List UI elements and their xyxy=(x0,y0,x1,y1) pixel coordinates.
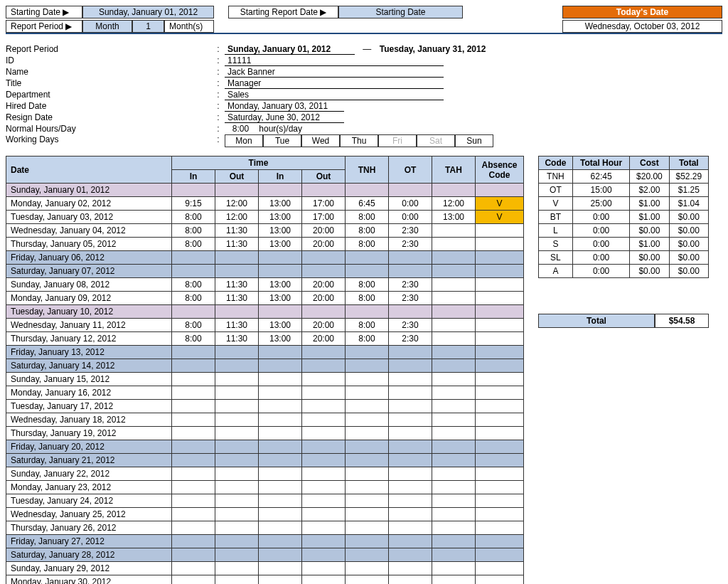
cell-tah[interactable] xyxy=(432,427,476,440)
cell-tah[interactable] xyxy=(432,305,476,319)
cell-tah[interactable]: 12:00 xyxy=(432,197,476,211)
cell-ot[interactable] xyxy=(389,440,432,454)
cell-in2[interactable] xyxy=(259,400,302,413)
cell-in1[interactable]: 8:00 xyxy=(172,211,215,224)
cell-out2[interactable]: 17:00 xyxy=(302,197,346,211)
cell-tah[interactable] xyxy=(432,548,476,562)
cell-tnh[interactable] xyxy=(346,359,389,373)
cell-abs[interactable] xyxy=(476,184,524,197)
cell-out1[interactable] xyxy=(215,265,259,278)
cell-abs[interactable] xyxy=(476,251,524,265)
cell-ot[interactable] xyxy=(389,467,432,481)
cell-abs[interactable] xyxy=(476,548,524,562)
cell-tnh[interactable] xyxy=(346,494,389,508)
table-row[interactable]: Wednesday, January 11, 20128:0011:3013:0… xyxy=(6,319,524,332)
cell-out2[interactable]: 20:00 xyxy=(302,238,346,251)
starting-report-date-value[interactable]: Starting Date xyxy=(338,6,463,18)
cell-tnh[interactable]: 8:00 xyxy=(346,224,389,238)
cell-out2[interactable]: 20:00 xyxy=(302,332,346,346)
table-row[interactable]: Saturday, January 07, 2012 xyxy=(6,265,524,278)
cell-out1[interactable] xyxy=(215,548,259,562)
cell-tah[interactable]: 13:00 xyxy=(432,211,476,224)
cell-ot[interactable] xyxy=(389,494,432,508)
cell-out2[interactable] xyxy=(302,440,346,454)
cell-tah[interactable] xyxy=(432,440,476,454)
cell-out2[interactable] xyxy=(302,521,346,535)
cell-ot[interactable] xyxy=(389,184,432,197)
cell-out2[interactable] xyxy=(302,562,346,575)
cell-out1[interactable] xyxy=(215,575,259,585)
cell-out2[interactable] xyxy=(302,346,346,359)
cell-in2[interactable] xyxy=(259,535,302,548)
cell-in1[interactable] xyxy=(172,305,215,319)
table-row[interactable]: Wednesday, January 25, 2012 xyxy=(6,508,524,521)
table-row[interactable]: Monday, January 09, 20128:0011:3013:0020… xyxy=(6,292,524,305)
cell-abs[interactable]: V xyxy=(476,197,524,211)
table-row[interactable]: Tuesday, January 24, 2012 xyxy=(6,494,524,508)
cell-tah[interactable] xyxy=(432,359,476,373)
cell-out2[interactable] xyxy=(302,535,346,548)
table-row[interactable]: Monday, January 23, 2012 xyxy=(6,481,524,494)
cell-tah[interactable] xyxy=(432,508,476,521)
cell-abs[interactable]: V xyxy=(476,211,524,224)
cell-out2[interactable] xyxy=(302,386,346,400)
cell-ot[interactable] xyxy=(389,427,432,440)
cell-in1[interactable]: 9:15 xyxy=(172,197,215,211)
table-row[interactable]: Saturday, January 28, 2012 xyxy=(6,548,524,562)
cell-ot[interactable]: 2:30 xyxy=(389,332,432,346)
cell-out1[interactable]: 11:30 xyxy=(215,319,259,332)
cell-in1[interactable]: 8:00 xyxy=(172,238,215,251)
cell-tah[interactable] xyxy=(432,386,476,400)
table-row[interactable]: Saturday, January 21, 2012 xyxy=(6,454,524,467)
cell-tah[interactable] xyxy=(432,494,476,508)
table-row[interactable]: Sunday, January 01, 2012 xyxy=(6,184,524,197)
cell-in1[interactable]: 8:00 xyxy=(172,224,215,238)
cell-out1[interactable]: 11:30 xyxy=(215,224,259,238)
cell-out1[interactable] xyxy=(215,386,259,400)
cell-out2[interactable] xyxy=(302,373,346,386)
cell-abs[interactable] xyxy=(476,346,524,359)
cell-ot[interactable] xyxy=(389,373,432,386)
cell-abs[interactable] xyxy=(476,305,524,319)
cell-in2[interactable] xyxy=(259,481,302,494)
cell-in1[interactable] xyxy=(172,494,215,508)
cell-in1[interactable] xyxy=(172,251,215,265)
cell-out1[interactable] xyxy=(215,373,259,386)
cell-out1[interactable]: 12:00 xyxy=(215,197,259,211)
cell-out2[interactable]: 17:00 xyxy=(302,211,346,224)
cell-tah[interactable] xyxy=(432,481,476,494)
cell-out2[interactable] xyxy=(302,467,346,481)
cell-tnh[interactable] xyxy=(346,454,389,467)
cell-tah[interactable] xyxy=(432,184,476,197)
cell-in1[interactable]: 8:00 xyxy=(172,292,215,305)
cell-tnh[interactable] xyxy=(346,481,389,494)
cell-in2[interactable] xyxy=(259,413,302,427)
cell-in1[interactable]: 8:00 xyxy=(172,278,215,292)
cell-in2[interactable]: 13:00 xyxy=(259,292,302,305)
table-row[interactable]: Sunday, January 15, 2012 xyxy=(6,373,524,386)
cell-out2[interactable] xyxy=(302,400,346,413)
cell-tah[interactable] xyxy=(432,332,476,346)
table-row[interactable]: Monday, January 30, 2012 xyxy=(6,575,524,585)
cell-abs[interactable] xyxy=(476,359,524,373)
cell-in2[interactable] xyxy=(259,562,302,575)
cell-abs[interactable] xyxy=(476,238,524,251)
cell-in1[interactable] xyxy=(172,548,215,562)
cell-out1[interactable] xyxy=(215,521,259,535)
cell-out1[interactable]: 11:30 xyxy=(215,292,259,305)
cell-tnh[interactable] xyxy=(346,467,389,481)
cell-tnh[interactable] xyxy=(346,575,389,585)
cell-tnh[interactable] xyxy=(346,400,389,413)
cell-out1[interactable] xyxy=(215,413,259,427)
cell-ot[interactable]: 2:30 xyxy=(389,238,432,251)
cell-in2[interactable] xyxy=(259,427,302,440)
cell-tnh[interactable] xyxy=(346,548,389,562)
cell-abs[interactable] xyxy=(476,521,524,535)
cell-in2[interactable]: 13:00 xyxy=(259,332,302,346)
cell-out2[interactable] xyxy=(302,494,346,508)
cell-ot[interactable] xyxy=(389,508,432,521)
cell-out1[interactable] xyxy=(215,359,259,373)
cell-ot[interactable] xyxy=(389,521,432,535)
cell-in2[interactable] xyxy=(259,359,302,373)
cell-tnh[interactable]: 8:00 xyxy=(346,319,389,332)
